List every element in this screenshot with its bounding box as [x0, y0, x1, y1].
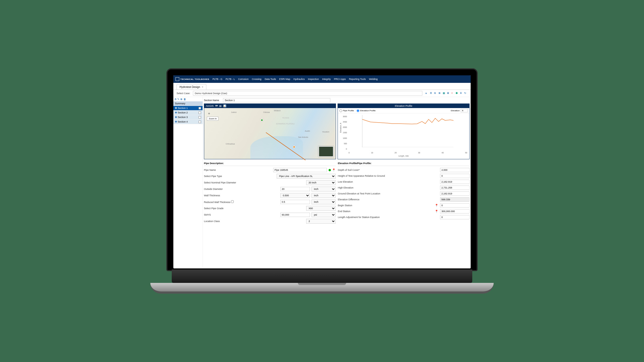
pin-icon[interactable]: 📍 — [435, 210, 438, 213]
crosshair-icon[interactable]: + — [208, 111, 210, 116]
pin-icon[interactable]: 📍 — [435, 204, 438, 207]
expand-icon[interactable]: ✚ — [175, 107, 177, 109]
expand-icon[interactable]: ✚ — [175, 111, 177, 114]
logo-icon — [175, 77, 179, 81]
tree-icon[interactable]: ⬢ — [456, 92, 459, 95]
close-icon[interactable]: × — [202, 86, 203, 88]
elevation-unit-select[interactable] — [461, 109, 468, 112]
unit-rwall[interactable]: inch — [312, 200, 336, 204]
checkbox[interactable] — [199, 112, 201, 114]
download-icon[interactable]: ⬇ — [460, 92, 463, 95]
tab-bar: Hydrotest Design × — [173, 83, 471, 90]
map-label: Juárez — [231, 111, 237, 113]
input-end[interactable] — [440, 209, 470, 213]
doc-icon[interactable]: 🗎 — [438, 92, 442, 95]
sidebar-summary[interactable]: Summary — [173, 101, 203, 106]
section-name-input[interactable] — [223, 98, 330, 102]
nav-crossing[interactable]: Crossing — [252, 78, 262, 80]
sidebar-section-1[interactable]: ✚Section 1 — [173, 106, 203, 110]
page-icon[interactable]: 🗎 — [180, 98, 183, 101]
share-icon[interactable]: < — [451, 92, 455, 95]
zoom-in-button[interactable]: Zoom In — [207, 117, 218, 121]
sidebar-item-label: Section 1 — [178, 107, 188, 109]
label-end: End Station — [338, 210, 433, 213]
input-ground[interactable] — [440, 191, 470, 196]
satellite-thumbnail[interactable] — [319, 146, 334, 157]
grid-icon[interactable]: ▦ — [443, 92, 446, 95]
select-loc[interactable]: 2 — [306, 219, 336, 224]
sidebar-section-3[interactable]: ✚Section 3 — [173, 115, 203, 120]
start-marker-icon[interactable] — [261, 119, 263, 121]
sidebar-section-4[interactable]: ✚Section 4 — [173, 120, 203, 124]
case-select[interactable]: Demo Hydrotest Design (Gas) — [193, 91, 422, 96]
nav-corrosion[interactable]: Corrosion — [238, 78, 249, 80]
section-name-row: Section Name — [204, 97, 470, 104]
select-nom-dia[interactable]: 20 inch — [306, 180, 336, 185]
map-icon[interactable]: 🗺 — [215, 105, 218, 107]
chart-icon[interactable]: 📊 — [223, 105, 226, 107]
nav-pltb-g[interactable]: PLTB - G — [213, 78, 222, 80]
unit-smys[interactable]: psi — [312, 212, 336, 217]
input-rwall[interactable] — [280, 200, 310, 204]
refresh-icon[interactable]: ↻ — [464, 92, 467, 95]
map-canvas[interactable]: + Zoom In Juárez Odessa Midland TEXAS ED… — [204, 108, 336, 159]
unit-out-dia[interactable]: inch — [312, 187, 336, 191]
nav-prci[interactable]: PRCI Apps — [334, 78, 346, 80]
logo: TECHNICAL TOOLBOXES — [175, 77, 209, 81]
label-begin: Begin Station — [338, 204, 433, 207]
sidebar-toolbar: ⚙ ✎ 🗎 🗑 — [173, 97, 203, 101]
input-apparatus[interactable] — [440, 174, 470, 178]
nav-hydraulics[interactable]: Hydraulics — [294, 78, 305, 80]
nav-integrity[interactable]: Integrity — [322, 78, 331, 80]
sidebar-section-2[interactable]: ✚Section 2 — [173, 110, 203, 115]
input-pipe-name[interactable] — [273, 168, 327, 172]
profile-controls: Pipe Profile Elevation Profile Elevation — [338, 108, 469, 113]
radio-label: Pipe Profile — [343, 109, 354, 112]
select-wall[interactable]: 0.500 — [280, 193, 310, 198]
sidebar: ⚙ ✎ 🗎 🗑 Summary ✚Section 1 ✚Section 2 ✚S… — [173, 97, 203, 268]
radio-pipe-profile[interactable]: Pipe Profile — [339, 109, 354, 112]
checkbox[interactable] — [199, 116, 201, 119]
pin-icon[interactable]: 📍 — [332, 168, 336, 172]
chart-x-axis-label: Length, mile — [398, 155, 409, 157]
checkbox[interactable] — [199, 121, 201, 123]
checkbox[interactable] — [199, 107, 201, 109]
nav-data-tools[interactable]: Data Tools — [265, 78, 276, 80]
settings-icon[interactable]: ✿ — [447, 92, 450, 95]
expand-icon[interactable]: ✚ — [175, 120, 177, 123]
input-out-dia[interactable] — [280, 187, 310, 191]
main-content: Section Name ArcGIS 🗺 ▤ 📊 + Zoom In Juár… — [203, 97, 471, 268]
checkbox-rwall[interactable] — [231, 200, 234, 203]
trash-icon[interactable]: 🗑 — [184, 98, 186, 101]
unit-wall[interactable]: inch — [312, 193, 336, 198]
nav-esri-map[interactable]: ESRI Map — [279, 78, 290, 80]
input-smys[interactable] — [280, 213, 310, 217]
expand-icon[interactable]: ✚ — [175, 116, 177, 119]
select-grade[interactable]: X60 — [306, 206, 336, 211]
input-soil[interactable] — [440, 168, 470, 172]
nav-inspection[interactable]: Inspection — [308, 78, 319, 80]
label-high: High Elevation — [338, 186, 438, 189]
edit-icon[interactable]: ✎ — [177, 98, 180, 101]
end-marker-icon[interactable] — [293, 146, 295, 148]
nav-welding[interactable]: Welding — [369, 78, 378, 80]
tab-hydrotest[interactable]: Hydrotest Design × — [177, 84, 206, 90]
gear-icon[interactable]: ⚙ — [174, 98, 177, 101]
input-low[interactable] — [440, 180, 470, 184]
input-high[interactable] — [440, 186, 470, 190]
input-begin[interactable] — [440, 203, 470, 208]
layers-icon[interactable]: ▤ — [219, 105, 222, 107]
copy-icon[interactable]: ⧉ — [434, 92, 437, 95]
sidebar-summary-label: Summary — [175, 102, 185, 105]
gear-icon[interactable]: ⚙ — [430, 92, 433, 95]
case-actions: ⚙ ⧉ 🗎 ▦ ✿ < ⬢ ⬇ ↻ — [430, 92, 467, 95]
select-pipe-type[interactable]: Pipe Line - API Specification 5L — [277, 174, 336, 179]
nav-reporting[interactable]: Reporting Tools — [349, 78, 366, 80]
radio-elevation-profile[interactable]: Elevation Profile — [357, 109, 376, 112]
elevation-panel-header: Elevation Profile — [338, 104, 469, 108]
input-adj[interactable] — [440, 215, 470, 219]
dropdown-icon[interactable]: ▼ — [425, 92, 427, 95]
nav-pltb-l[interactable]: PLTB - L — [226, 78, 235, 80]
sidebar-item-label: Section 4 — [178, 120, 188, 123]
tree-icon[interactable]: ⬢ — [328, 168, 331, 172]
